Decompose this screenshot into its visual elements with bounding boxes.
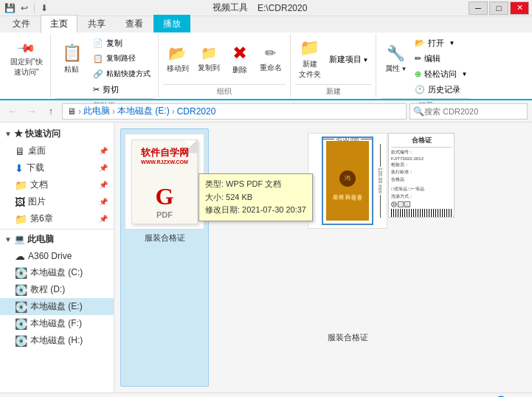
sidebar-item-docs[interactable]: 📁 文档 📌 bbox=[0, 176, 114, 193]
address-drive[interactable]: 本地磁盘 (E:) bbox=[117, 105, 170, 117]
sidebar-item-c[interactable]: 💽 本地磁盘 (C:) bbox=[0, 264, 114, 281]
maximize-button[interactable]: □ bbox=[489, 1, 508, 15]
history-icon: 🕐 bbox=[415, 85, 425, 94]
tab-share[interactable]: 共享 bbox=[78, 15, 115, 32]
content-area: 软件自学网 WWW.RJZXW.COM G PDF 类型: WPS PDF 文档… bbox=[114, 122, 532, 393]
cert-wash-icons: 30 □ △ bbox=[391, 201, 452, 207]
sidebar-item-pictures[interactable]: 🖼 图片 📌 bbox=[0, 193, 114, 210]
d-icon: 💽 bbox=[15, 284, 27, 296]
copy-to-label: 复制到 bbox=[198, 63, 220, 73]
clipboard-col: 📄 复制 📋 复制路径 🔗 粘贴快捷方式 ✂ 剪切 bbox=[90, 35, 153, 97]
cert-barcode bbox=[391, 209, 452, 218]
easy-access-button[interactable]: ⊕ 轻松访问▼ bbox=[412, 66, 470, 81]
forward-button[interactable]: → bbox=[24, 103, 40, 120]
tab-home[interactable]: 主页 bbox=[41, 15, 77, 33]
paste-button[interactable]: 📋 粘贴 bbox=[55, 35, 89, 83]
sidebar-desktop-label: 桌面 bbox=[28, 145, 46, 157]
cert-row-1: 款式编号： bbox=[391, 149, 452, 156]
address-path[interactable]: 🖥 › 此电脑 › 本地磁盘 (E:) › CDR2020 bbox=[62, 103, 407, 120]
search-box[interactable]: 🔍 bbox=[410, 103, 528, 120]
ribbon-group-new: 📁 新建文件夹 新建项目▼ 新建 bbox=[291, 34, 377, 97]
cut-button[interactable]: ✂ 剪切 bbox=[90, 82, 153, 97]
sidebar-chapter6-label: 第6章 bbox=[30, 213, 53, 225]
tab-play[interactable]: 播放 bbox=[153, 15, 190, 32]
move-to-button[interactable]: 📂 移动到 bbox=[163, 35, 193, 83]
pdf-logo: G bbox=[156, 183, 174, 210]
qa-undo-btn[interactable]: ↩ bbox=[18, 1, 31, 15]
file-item-pdf[interactable]: 软件自学网 WWW.RJZXW.COM G PDF 类型: WPS PDF 文档… bbox=[120, 128, 209, 387]
sidebar-pictures-label: 图片 bbox=[28, 196, 46, 208]
tag-border: 鸿 唐客装裂缝纽扣面料辅料用品专用 bbox=[322, 137, 373, 225]
search-input[interactable] bbox=[424, 107, 524, 116]
sidebar-item-downloads[interactable]: ⬇ 下载 📌 bbox=[0, 159, 114, 176]
pin-to-quickaccess-button[interactable]: 📌 固定到"快速访问" bbox=[7, 35, 46, 83]
copy-label: 复制 bbox=[106, 38, 122, 49]
properties-button[interactable]: 🔧 属性▼ bbox=[381, 35, 410, 83]
delete-button[interactable]: ✖ 删除 bbox=[225, 35, 255, 83]
desktop-pin[interactable]: 📌 bbox=[99, 147, 108, 155]
chapter6-pin[interactable]: 📌 bbox=[99, 215, 108, 223]
status-bar: 2 个项目 ≡ ⊞ bbox=[0, 393, 532, 397]
sidebar-section-quickaccess[interactable]: ▼ ★ 快速访问 bbox=[0, 125, 114, 142]
pdf-bg: 软件自学网 WWW.RJZXW.COM G PDF bbox=[131, 139, 198, 224]
pictures-pin[interactable]: 📌 bbox=[99, 198, 108, 206]
cert-row-5: 合格品 bbox=[391, 176, 452, 183]
paste-shortcut-icon: 🔗 bbox=[93, 69, 103, 79]
address-bar: ← → ↑ 🖥 › 此电脑 › 本地磁盘 (E:) › CDR2020 🔍 bbox=[0, 100, 532, 122]
ribbon-group-organize: 📂 移动到 📁 复制到 ✖ 删除 ✏ 重命名 组织 bbox=[159, 34, 291, 97]
back-button[interactable]: ← bbox=[4, 103, 21, 120]
sidebar-docs-label: 文档 bbox=[30, 179, 48, 191]
edit-button[interactable]: ✏ 编辑 bbox=[412, 51, 470, 66]
up-button[interactable]: ↑ bbox=[43, 103, 59, 120]
tag-inner: 鸿 唐客装裂缝纽扣面料辅料用品专用 bbox=[326, 141, 369, 221]
tooltip-modified: 修改日期: 2021-07-30 20:37 bbox=[205, 204, 306, 217]
docs-pin[interactable]: 📌 bbox=[99, 181, 108, 189]
pdf-thumbnail: 软件自学网 WWW.RJZXW.COM G PDF bbox=[125, 134, 204, 229]
tab-view[interactable]: 查看 bbox=[116, 15, 153, 32]
sidebar-section-thispc[interactable]: ▼ 💻 此电脑 bbox=[0, 231, 114, 248]
quick-access-toolbar: 💾 ↩ ⬇ 视频工具 E:\CDR2020 ─ □ ✕ bbox=[0, 0, 532, 16]
sidebar-item-e[interactable]: 💽 本地磁盘 (E:) bbox=[0, 298, 114, 315]
sidebar-f-label: 本地磁盘 (F:) bbox=[30, 317, 82, 330]
cert-checkboxes: □优等品□一等品 bbox=[391, 186, 452, 193]
clipboard-content: 📋 粘贴 📄 复制 📋 复制路径 🔗 粘贴快捷方式 ✂ 剪切 bbox=[55, 35, 153, 97]
title-bar-text: 视频工具 E:\CDR2020 bbox=[52, 1, 467, 14]
minimize-button[interactable]: ─ bbox=[469, 1, 488, 15]
qa-save-btn[interactable]: 💾 bbox=[3, 1, 16, 15]
history-button[interactable]: 🕐 历史记录 bbox=[412, 82, 470, 97]
sidebar-item-a360[interactable]: ☁ A360 Drive bbox=[0, 248, 114, 264]
qa-down-btn[interactable]: ⬇ bbox=[38, 1, 51, 15]
tab-file[interactable]: 文件 bbox=[3, 15, 40, 32]
e-icon: 💽 bbox=[15, 301, 27, 313]
copy-button[interactable]: 📄 复制 bbox=[90, 35, 153, 50]
new-item-button[interactable]: 新建项目▼ bbox=[326, 35, 372, 83]
edit-icon: ✏ bbox=[415, 54, 421, 63]
delete-icon: ✖ bbox=[232, 43, 247, 63]
paste-shortcut-label: 粘贴快捷方式 bbox=[106, 69, 151, 79]
file-tooltip: 类型: WPS PDF 文档 大小: 524 KB 修改日期: 2021-07-… bbox=[198, 173, 313, 221]
copy-to-button[interactable]: 📁 复制到 bbox=[194, 35, 224, 83]
organize-content: 📂 移动到 📁 复制到 ✖ 删除 ✏ 重命名 bbox=[163, 35, 286, 83]
open-arrow: ▼ bbox=[449, 40, 455, 46]
image-filename: 服装合格证 bbox=[328, 332, 368, 343]
sidebar-item-d[interactable]: 💽 教程 (D:) bbox=[0, 281, 114, 298]
new-folder-button[interactable]: 📁 新建文件夹 bbox=[295, 35, 325, 83]
new-item-label: 新建项目▼ bbox=[329, 54, 369, 65]
close-button[interactable]: ✕ bbox=[510, 1, 529, 15]
cert-row-wash: 洗涤方式： bbox=[391, 193, 452, 200]
copy-path-button[interactable]: 📋 复制路径 bbox=[90, 51, 153, 66]
sidebar-item-h[interactable]: 💽 本地磁盘 (H:) bbox=[0, 332, 114, 349]
sidebar-item-chapter6[interactable]: 📁 第6章 📌 bbox=[0, 210, 114, 227]
ribbon-group-clipboard: 📋 粘贴 📄 复制 📋 复制路径 🔗 粘贴快捷方式 ✂ 剪切 bbox=[51, 34, 159, 97]
file-item-image[interactable]: 45.00 mm 120.00 mm 鸿 bbox=[303, 128, 392, 387]
rename-button[interactable]: ✏ 重命名 bbox=[256, 35, 286, 83]
pin-label: 固定到"快速访问" bbox=[10, 57, 43, 77]
address-pc[interactable]: 此电脑 bbox=[83, 105, 110, 117]
sidebar-item-f[interactable]: 💽 本地磁盘 (F:) bbox=[0, 315, 114, 332]
open-col: 📂 打开▼ ✏ 编辑 ⊕ 轻松访问▼ 🕐 历史记录 bbox=[412, 35, 470, 97]
open-button[interactable]: 📂 打开▼ bbox=[412, 35, 470, 50]
sidebar-item-desktop[interactable]: 🖥 桌面 📌 bbox=[0, 142, 114, 159]
address-folder[interactable]: CDR2020 bbox=[177, 106, 216, 117]
paste-shortcut-button[interactable]: 🔗 粘贴快捷方式 bbox=[90, 66, 153, 81]
downloads-pin[interactable]: 📌 bbox=[99, 164, 108, 172]
